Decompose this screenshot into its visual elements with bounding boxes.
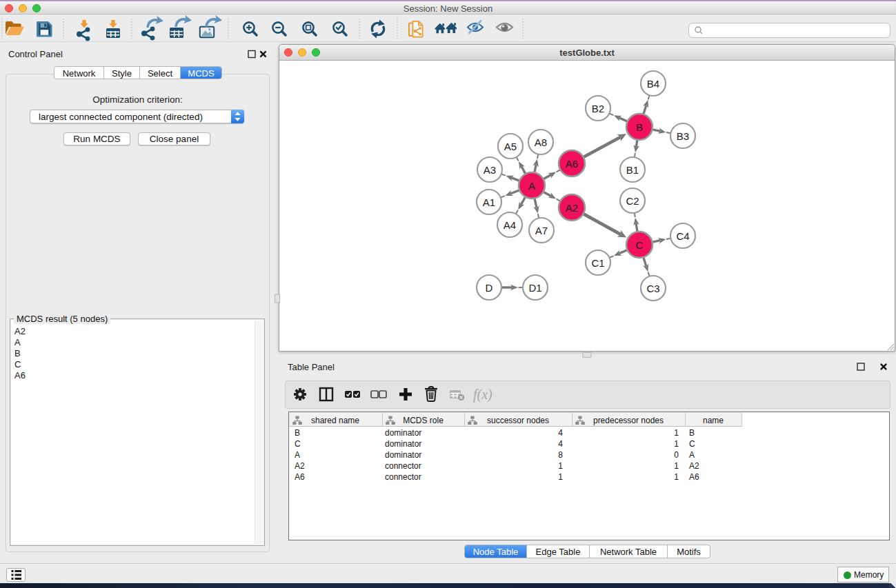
svg-text:f(x): f(x) — [473, 387, 492, 403]
